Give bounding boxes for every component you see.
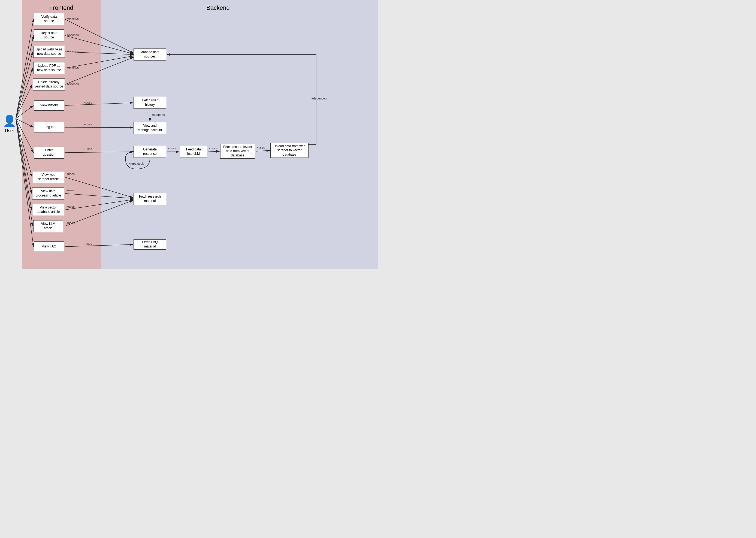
box-view-faq: View FAQ <box>34 242 64 252</box>
label-uses-fetch: +uses <box>257 146 265 149</box>
label-dependent: +dependent <box>311 97 327 100</box>
box-log-in: Log in <box>34 122 64 133</box>
box-reject-data-source: Reject datasource <box>34 29 64 41</box>
box-view-vector-db: View vectordatabase article <box>32 204 64 216</box>
box-upload-pdf: Upload PDF asnew data source <box>33 62 65 74</box>
box-upload-website: Upload website asnew data source <box>33 46 65 58</box>
box-upload-web-scraper-vector: Upload data from webscraper to vectordat… <box>270 143 308 158</box>
box-manage-data-sources: Manage datasources <box>134 48 166 61</box>
box-feed-data-llm: Feed datainto LLM <box>180 146 207 158</box>
label-extends-4: +extends <box>67 66 79 69</box>
box-view-llm: View LLMarticle <box>33 220 63 232</box>
box-enter-question: Enterquestion <box>34 147 64 159</box>
box-verify-data-source: Verify datasource <box>34 13 64 25</box>
box-generate-response: Generateresponse <box>134 146 166 158</box>
user-person-icon: 👤 <box>3 115 16 127</box>
box-fetch-faq-material: Fetch FAQmaterial <box>134 239 166 250</box>
user-actor: 👤 User <box>3 115 16 133</box>
label-uses-question: +uses <box>84 147 92 150</box>
label-repeatedly: +repeatedly <box>129 162 144 165</box>
backend-title: Backend <box>164 4 273 12</box>
label-extends-2: +extends <box>67 33 79 36</box>
box-view-web-scraper: View webscraper article <box>33 171 64 183</box>
diagram-container: Frontend Backend 👤 User Verify datasourc… <box>0 0 378 269</box>
label-uses-webscraper: +uses <box>67 172 75 176</box>
box-view-manage-account: View andmanage account <box>134 122 166 134</box>
label-extends-3: +extends <box>67 50 79 53</box>
label-uses-generate: +uses <box>168 147 176 150</box>
box-delete-verified: Delete alreadyverified data source <box>33 79 65 90</box>
label-uses-history: +uses <box>84 101 92 104</box>
box-fetch-user-history: Fetch userhistory <box>134 97 166 109</box>
label-uses-faq: +uses <box>84 242 92 245</box>
box-fetch-most-relevant: Fetch most relevantdata from vectordatab… <box>220 144 255 159</box>
box-view-history: View history <box>34 100 64 111</box>
label-uses-login: +uses <box>84 123 92 126</box>
label-uses-dataproc: +uses <box>67 188 75 192</box>
user-label: User <box>3 128 16 133</box>
label-extends-1: +extends <box>67 17 79 20</box>
label-uses-feed: +uses <box>209 147 217 150</box>
box-fetch-research-material: Fetch researchmaterial <box>134 193 166 205</box>
frontend-title: Frontend <box>25 4 98 12</box>
backend-region <box>101 0 378 269</box>
label-uses-llm: +uses <box>67 221 75 225</box>
label-supports: +supports <box>151 113 165 116</box>
box-view-data-processing: View dataprocessing article <box>32 188 64 199</box>
label-uses-vectordb: +uses <box>67 205 75 208</box>
label-extends-5: +extends <box>67 82 79 85</box>
